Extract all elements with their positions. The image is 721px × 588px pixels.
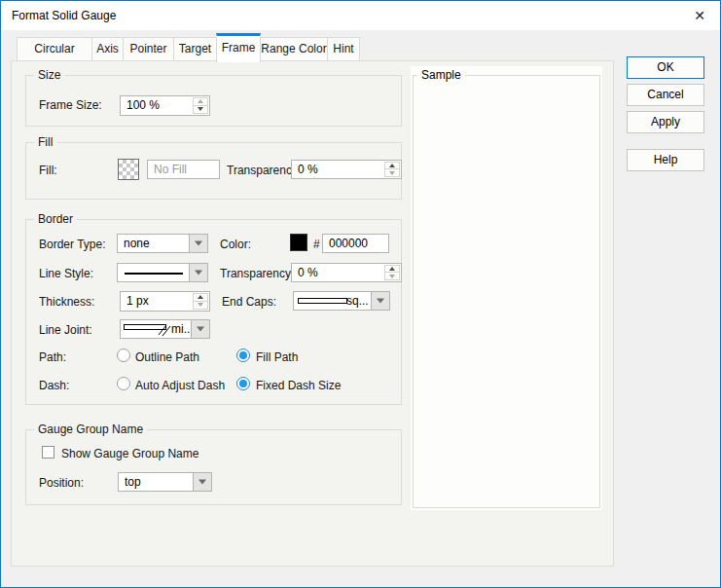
tab-range-color[interactable]: Range Color [260,37,328,61]
fill-color-swatch-icon[interactable] [118,159,139,180]
tab-frame[interactable]: Frame [216,33,261,62]
auto-adjust-dash-radio[interactable] [117,377,130,390]
border-group-title: Border [34,212,77,226]
sample-preview-area [413,75,600,508]
help-button[interactable]: Help [627,149,704,171]
chevron-down-icon[interactable] [371,292,389,310]
tab-label: Range Color [261,42,326,55]
end-caps-dropdown[interactable]: sq... [293,291,390,311]
frame-size-spinner[interactable]: 100 % [120,95,210,116]
border-type-dropdown[interactable]: none [117,234,208,253]
border-color-hex-input[interactable]: 000000 [322,234,389,253]
chevron-down-icon[interactable] [193,473,211,491]
sample-group-title: Sample [417,68,465,82]
border-color-swatch[interactable] [290,234,307,251]
border-color-label: Color: [220,238,251,251]
outline-path-radio[interactable] [117,349,130,362]
auto-adjust-dash-label: Auto Adjust Dash [135,379,225,392]
cancel-button[interactable]: Cancel [627,84,704,106]
line-style-dropdown[interactable] [117,263,208,282]
color-hash-label: # [313,238,320,251]
fixed-dash-size-radio[interactable] [236,377,250,390]
tab-target[interactable]: Target [173,37,217,61]
frame-size-value: 100 % [126,96,160,115]
gauge-group-name-title: Gauge Group Name [34,423,147,436]
border-transparency-value: 0 % [298,264,318,282]
arrow-up-icon [198,99,203,103]
border-transparency-label: Transparency: [220,267,294,280]
thickness-value: 1 px [126,292,149,311]
position-label: Position: [39,476,84,490]
square-end-cap-icon [298,296,348,306]
tab-hint[interactable]: Hint [327,37,360,61]
arrow-down-icon [198,303,203,307]
tab-label: Hint [333,42,353,55]
show-gauge-group-name-checkbox[interactable] [42,446,54,459]
tab-label: Pointer [129,42,166,55]
size-group: Size Frame Size: 100 % [25,75,402,127]
dash-label: Dash: [39,379,69,392]
fill-path-radio[interactable] [236,349,250,362]
fill-group: Fill Fill: No Fill Transparency: 0 % [25,142,402,200]
tab-pointer[interactable]: Pointer [123,37,174,61]
arrow-up-icon [389,267,395,271]
spin-up-button[interactable] [384,162,400,169]
show-gauge-group-name-label: Show Gauge Group Name [61,447,198,460]
arrow-up-icon [198,295,203,299]
fill-value-field[interactable]: No Fill [147,160,220,179]
fill-transparency-value: 0 % [298,161,318,179]
border-transparency-spinner[interactable]: 0 % [291,263,402,282]
fixed-dash-size-label: Fixed Dash Size [256,379,341,392]
arrow-down-icon [198,107,203,111]
spin-down-button[interactable] [193,106,208,115]
tab-label: Target [179,42,211,55]
spin-down-button[interactable] [193,302,208,311]
tab-axis[interactable]: Axis [91,37,124,61]
line-joint-label: Line Joint: [39,323,92,337]
title-bar: Format Solid Gauge ✕ [1,1,720,30]
arrow-down-icon [389,275,395,278]
dialog-title: Format Solid Gauge [12,9,116,22]
chevron-down-icon[interactable] [189,264,207,281]
border-color-hex-value: 000000 [329,235,368,253]
position-value: top [125,473,141,491]
spin-down-button[interactable] [384,273,400,280]
arrow-up-icon [389,164,395,167]
spin-up-button[interactable] [384,265,400,273]
apply-button[interactable]: Apply [627,111,704,133]
fill-transparency-spinner[interactable]: 0 % [291,160,402,179]
border-type-value: none [124,235,150,252]
chevron-down-icon[interactable] [189,235,207,252]
thickness-spin-buttons [193,293,208,310]
end-caps-value: sq... [346,292,369,310]
solid-line-icon [125,273,183,275]
chevron-down-icon[interactable] [191,320,209,338]
spin-up-button[interactable] [193,293,208,302]
path-label: Path: [39,350,66,364]
size-group-title: Size [34,68,64,82]
line-style-label: Line Style: [39,267,93,280]
gauge-group-name-group: Gauge Group Name Show Gauge Group Name P… [25,429,402,505]
close-icon[interactable]: ✕ [687,5,712,26]
sample-group: Sample [411,66,602,510]
border-group: Border Border Type: none Color: # 000000… [25,219,402,405]
tab-label: Axis [96,42,119,55]
line-joint-dropdown[interactable]: mi... [120,319,210,339]
spin-down-button[interactable] [384,169,400,177]
frame-size-spin-buttons [193,97,208,114]
fill-transparency-spin-buttons [384,162,400,177]
border-type-label: Border Type: [39,238,105,251]
arrow-down-icon [389,171,395,175]
ok-button[interactable]: OK [627,56,704,79]
fill-value: No Fill [154,161,187,179]
spin-up-button[interactable] [193,97,208,106]
tab-circular-graph[interactable]: Circular Graph [17,37,92,61]
tab-label: Frame [222,41,256,55]
position-dropdown[interactable]: top [118,472,212,492]
thickness-spinner[interactable]: 1 px [120,291,210,312]
fill-label: Fill: [39,164,57,177]
fill-transparency-label: Transparency: [227,164,301,177]
fill-path-label: Fill Path [256,350,298,364]
frame-tab-panel: Size Frame Size: 100 % Fill Fill: No Fil… [11,60,614,567]
miter-joint-icon [124,323,174,337]
